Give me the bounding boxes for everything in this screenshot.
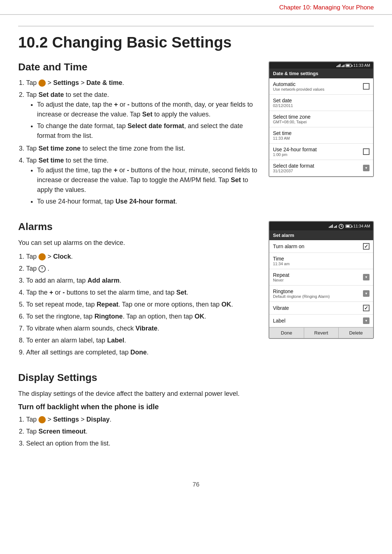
alarm-row-turnon: Turn alarm on ✓ [269, 240, 373, 253]
alarms-section: Alarms You can set up alarms on the devi… [18, 221, 374, 361]
alarm-checkbox-vibrate[interactable]: ✓ [363, 305, 369, 311]
bullet-4-2: To use 24-hour format, tap Use 24-hour f… [37, 197, 258, 206]
asb1 [329, 227, 330, 228]
display-step-3: Select an option from the list. [26, 439, 374, 448]
dt-status-time: 11:33 AM [354, 63, 370, 67]
alarm-title-bar: Set alarm [269, 230, 373, 240]
dt-sub-automatic: Use network-provided values [273, 87, 324, 91]
date-time-section: Date and Time Tap > Settings > Date & ti… [18, 61, 374, 210]
alarm-vibrate-text: Vibrate [273, 305, 289, 311]
dt-sub-settime: 11:33 AM [273, 136, 291, 140]
alarm-status-bar: 11:34 AM [269, 222, 373, 230]
bar1 [336, 66, 337, 67]
alarm-wifi-bars [334, 224, 337, 228]
dt-row-settime: Set time 11:33 AM [269, 127, 373, 144]
dt-row-24h: Use 24-hour format 1:00 pm [269, 144, 373, 160]
alarm-row-time: Time 11:34 am [269, 253, 373, 269]
wifi-bars [342, 63, 344, 67]
dt-checkbox-24h[interactable] [363, 148, 369, 155]
dt-label-automatic: Automatic [273, 81, 324, 87]
alarm-row-ringtone: Ringtone Default ringtone (Ringing Alarm… [269, 286, 373, 302]
alarm-step-8: To enter an alarm label, tap Label. [26, 336, 258, 345]
alarm-phone: 11:34 AM Set alarm Turn alarm on ✓ [269, 221, 374, 361]
clock-status-icon [338, 223, 344, 229]
main-content: 10.2 Changing Basic Settings Date and Ti… [0, 15, 392, 474]
signal-bars [336, 63, 340, 67]
alarm-step-1: Tap > Clock. [26, 252, 258, 262]
date-time-steps: Tap > Settings > Date & time. Tap Set da… [26, 78, 258, 206]
chapter-label: Chapter 10: Managing Your Phone [279, 4, 374, 11]
dt-row-setdate: Set date 02/12/2011 [269, 95, 373, 111]
alarm-dropdown-repeat[interactable] [363, 274, 369, 280]
display-step-1: Tap > Settings > Display. [26, 415, 374, 424]
alarms-text: Alarms You can set up alarms on the devi… [18, 221, 258, 361]
date-time-screen: 11:33 AM Date & time settings Automatic … [269, 61, 374, 177]
battery-fill [346, 65, 350, 66]
dt-row-timezone-text: Select time zone GMT+08:00, Taipei [273, 114, 311, 124]
alarm-label-time: Time [273, 256, 290, 262]
dt-label-setdate: Set date [273, 98, 293, 103]
alarm-label-ringtone: Ringtone [273, 288, 330, 294]
alarm-ringtone-text: Ringtone Default ringtone (Ringing Alarm… [273, 288, 330, 299]
alarm-signal-bars [329, 224, 333, 228]
alarm-delete-button[interactable]: Delete [339, 328, 373, 338]
dt-row-dateformat-text: Select date format 31/12/2037 [273, 163, 314, 173]
alarm-turnon-text: Turn alarm on [273, 243, 305, 249]
alarm-screen: 11:34 AM Set alarm Turn alarm on ✓ [269, 221, 374, 339]
wb3 [344, 65, 344, 67]
alarm-sub-time: 11:34 am [273, 262, 290, 266]
dt-sub-setdate: 02/12/2011 [273, 103, 293, 108]
alarms-heading: Alarms [18, 221, 258, 233]
dt-checkbox-automatic[interactable] [363, 83, 369, 90]
checkmark-turnon: ✓ [364, 243, 368, 249]
date-time-heading: Date and Time [18, 61, 258, 73]
alarm-dropdown-label[interactable] [363, 317, 369, 324]
alarm-label-repeat: Repeat [273, 272, 289, 278]
alarm-battery-icon [346, 225, 351, 228]
asb3 [331, 225, 332, 228]
alarm-label-text: Label [273, 318, 285, 324]
dt-screen-title: Date & time settings [273, 71, 318, 76]
top-bar: Chapter 10: Managing Your Phone [0, 0, 392, 15]
dt-label-settime: Set time [273, 130, 291, 136]
page-num-text: 76 [193, 481, 200, 488]
dt-label-24h: Use 24-hour format [273, 147, 317, 152]
battery-icon [346, 64, 351, 67]
bullet-2-2: To change the date format, tap Select da… [37, 121, 258, 141]
top-divider [18, 26, 374, 26]
dt-row-automatic: Automatic Use network-provided values [269, 78, 373, 95]
alarm-checkbox-turnon[interactable]: ✓ [363, 243, 369, 250]
awb3 [336, 225, 337, 228]
bar3 [339, 65, 339, 67]
alarm-step-4: Tap the + or - buttons to set the alarm … [26, 288, 258, 297]
dt-label-dateformat: Select date format [273, 163, 314, 169]
alarms-steps: Tap > Clock. Tap . To add an alarm, tap … [26, 252, 258, 357]
alarm-time-text: Time 11:34 am [273, 256, 290, 266]
alarm-step-5: To set repeat mode, tap Repeat. Tap one … [26, 300, 258, 309]
alarm-dropdown-ringtone[interactable] [363, 290, 369, 297]
display-intro: The display settings of the device affec… [18, 389, 374, 399]
dt-title-bar: Date & time settings [269, 69, 373, 78]
dt-row-setdate-text: Set date 02/12/2011 [273, 98, 293, 108]
alarm-sub-ringtone: Default ringtone (Ringing Alarm) [273, 294, 330, 299]
display-subsection: Turn off backlight when the phone is idl… [18, 403, 374, 411]
awb1 [334, 227, 335, 228]
display-heading: Display Settings [18, 372, 374, 383]
dt-sub-timezone: GMT+08:00, Taipei [273, 120, 311, 124]
alarm-row-vibrate: Vibrate ✓ [269, 302, 373, 315]
alarm-done-button[interactable]: Done [269, 328, 304, 338]
dt-row-dateformat: Select date format 31/12/2037 [269, 160, 373, 176]
step-4-bullets: To adjust the time, tap the + or - butto… [37, 165, 258, 206]
alarm-revert-button[interactable]: Revert [304, 328, 339, 338]
dt-label-timezone: Select time zone [273, 114, 311, 120]
dt-dropdown-dateformat[interactable] [363, 165, 369, 171]
step-3: Tap Set time zone to select the time zon… [26, 144, 258, 153]
alarm-label-label: Label [273, 318, 285, 324]
checkmark-vibrate: ✓ [364, 305, 368, 311]
wb1 [342, 66, 342, 67]
page-number: 76 [0, 481, 392, 496]
alarm-battery-fill [346, 225, 350, 227]
bullet-4-1: To adjust the time, tap the + or - butto… [37, 165, 258, 195]
alarm-label-turnon: Turn alarm on [273, 243, 305, 249]
step-2: Tap Set date to set the date. To adjust … [26, 90, 258, 141]
